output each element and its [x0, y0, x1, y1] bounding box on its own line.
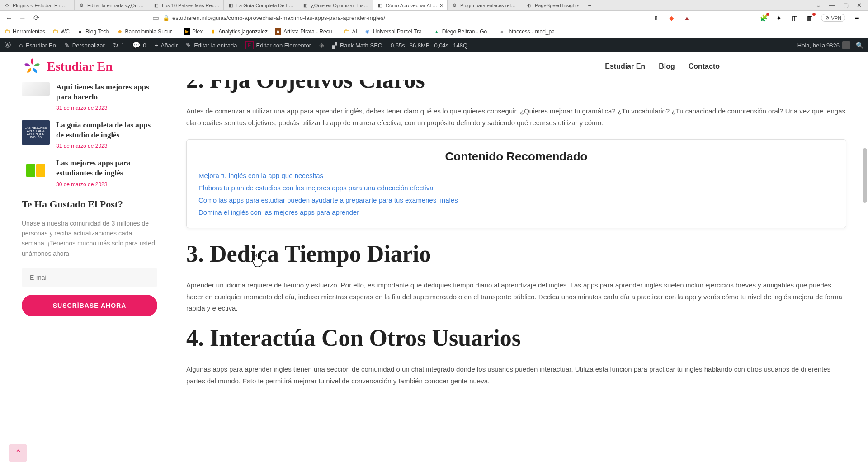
- wp-elementor[interactable]: EEditar con Elementor: [245, 41, 311, 49]
- maximize-button[interactable]: ▢: [843, 2, 849, 9]
- extension-icon[interactable]: 🧩: [760, 14, 768, 22]
- wallet-icon[interactable]: ▥: [806, 14, 814, 22]
- browser-tab[interactable]: ◐PageSpeed Insights: [522, 0, 583, 10]
- subscribe-heading: Te Ha Gustado El Post?: [22, 198, 157, 210]
- scrollbar-thumb[interactable]: [863, 148, 867, 203]
- related-date: 30 de marzo de 2023: [56, 181, 157, 188]
- tab-label: ¿Quieres Optimizar Tus Estudi...: [311, 3, 369, 8]
- recommended-link[interactable]: Cómo las apps para estudiar pueden ayuda…: [198, 196, 834, 204]
- update-icon: ↻: [113, 42, 118, 49]
- site-icon: ●: [77, 28, 83, 35]
- browser-tab[interactable]: ⚙Plugin para enlaces relacionad...: [448, 0, 522, 10]
- menu-icon[interactable]: ≡: [853, 14, 861, 22]
- bookmark-icon[interactable]: ▭: [151, 14, 160, 23]
- sidebar-icon[interactable]: ◫: [790, 14, 798, 22]
- parcel-icon: ◉: [364, 28, 371, 35]
- new-tab-button[interactable]: +: [583, 0, 596, 10]
- subscribe-button[interactable]: SUSCRÍBASE AHORA: [22, 295, 157, 316]
- bookmark-link[interactable]: ▮Analytics jagonzalez: [210, 28, 268, 35]
- recommended-link[interactable]: Elabora tu plan de estudios con las mejo…: [198, 184, 834, 192]
- recommended-title: Contenido Recomendado: [198, 150, 834, 164]
- bookmark-link[interactable]: ▶Plex: [184, 28, 203, 35]
- lock-icon[interactable]: 🔒: [163, 15, 170, 21]
- browser-tab[interactable]: ◧La Guía Completa De Las Apps...: [224, 0, 298, 10]
- home-icon: ⌂: [19, 42, 23, 49]
- related-post[interactable]: Las mejores apps para estudiantes de ing…: [22, 158, 157, 187]
- recommended-link[interactable]: Domina el inglés con las mejores apps pa…: [198, 208, 834, 216]
- post-thumbnail: LAS MEJORES APPS PARA APRENDER INGLÉS: [22, 120, 50, 145]
- wp-admin-bar: ⓦ ⌂Estudiar En ✎Personalizar ↻1 💬0 +Añad…: [0, 38, 868, 52]
- browser-tab[interactable]: ◧¿Quieres Optimizar Tus Estudi...: [298, 0, 373, 10]
- vpn-button[interactable]: ⊘VPN: [821, 14, 845, 22]
- pencil-icon: ✎: [186, 42, 191, 49]
- browser-tab[interactable]: ⚙Plugins < Estudiar En — Word...: [0, 0, 75, 10]
- wp-add-new[interactable]: +Añadir: [154, 42, 178, 49]
- bookmark-folder[interactable]: 🗀WC: [52, 28, 70, 35]
- wp-performance[interactable]: 0,65s 36,8MB 0,04s 148Q: [391, 42, 467, 49]
- page-icon: ◧: [302, 2, 308, 9]
- forward-button[interactable]: →: [18, 14, 27, 23]
- nav-link-contact[interactable]: Contacto: [689, 62, 720, 71]
- close-window-button[interactable]: ✕: [857, 2, 862, 9]
- related-post[interactable]: LAS MEJORES APPS PARA APRENDER INGLÉS La…: [22, 120, 157, 149]
- tab-label: Plugins < Estudiar En — Word...: [13, 3, 71, 8]
- browser-tab[interactable]: ◧Los 10 Países Más Recomenda...: [149, 0, 224, 10]
- bookmark-folder[interactable]: 🗀Herramientas: [5, 28, 45, 35]
- bookmark-link[interactable]: ●Blog Tech: [77, 28, 109, 35]
- bookmark-link[interactable]: ●.htaccess - mod_pa...: [499, 28, 559, 35]
- brave-rewards-icon[interactable]: ▲: [683, 14, 691, 22]
- scrollbar[interactable]: [863, 80, 867, 471]
- tab-label: Plugin para enlaces relacionad...: [460, 3, 518, 8]
- htaccess-icon: ●: [499, 28, 505, 35]
- scroll-to-top-button[interactable]: ⌃: [9, 444, 27, 462]
- url-input[interactable]: ▭ 🔒 estudiaren.info/guias/como-aprovecha…: [45, 14, 647, 23]
- bookmark-link[interactable]: ◉Universal Parcel Tra...: [364, 28, 426, 35]
- browser-tab[interactable]: ⚙Editar la entrada «¿Quieres opt...: [75, 0, 149, 10]
- site-logo[interactable]: Estudiar En: [22, 56, 113, 77]
- related-post[interactable]: Aquí tienes las mejores apps para hacerl…: [22, 82, 157, 111]
- wp-search[interactable]: 🔍: [856, 42, 863, 49]
- paragraph: Aprender un idioma requiere de tiempo y …: [186, 279, 846, 314]
- related-title: Aquí tienes las mejores apps para hacerl…: [56, 82, 157, 102]
- share-icon[interactable]: ⇪: [652, 14, 660, 22]
- recommended-link[interactable]: Mejora tu inglés con la app que necesita…: [198, 172, 834, 179]
- wp-updates[interactable]: ↻1: [113, 42, 124, 49]
- nav-link-blog[interactable]: Blog: [659, 62, 675, 71]
- back-button[interactable]: ←: [5, 14, 14, 23]
- brave-shields-icon[interactable]: ◆: [667, 14, 675, 22]
- tab-search-icon[interactable]: ⌄: [816, 2, 821, 9]
- bookmark-link[interactable]: ▲Diego Beltran - Go...: [434, 28, 491, 35]
- logo-text: Estudiar En: [47, 59, 113, 74]
- page-icon: ◧: [377, 2, 383, 9]
- bookmark-link[interactable]: AArtista Pirata - Recu...: [275, 28, 336, 35]
- wp-user-greeting[interactable]: Hola, belial9826: [797, 41, 850, 49]
- wp-site-name[interactable]: ⌂Estudiar En: [19, 42, 56, 49]
- minimize-button[interactable]: —: [829, 2, 835, 9]
- pagespeed-icon: ◐: [526, 2, 532, 9]
- reload-button[interactable]: ⟳: [32, 14, 41, 23]
- bookmark-link[interactable]: ◆Bancolombia Sucur...: [117, 28, 176, 35]
- bookmark-folder[interactable]: 🗀AI: [344, 28, 357, 35]
- wp-edit-post[interactable]: ✎Editar la entrada: [186, 42, 237, 49]
- analytics-icon: ▮: [210, 28, 216, 35]
- email-field[interactable]: [22, 268, 157, 287]
- wp-logo[interactable]: ⓦ: [5, 41, 11, 49]
- wp-theme[interactable]: ◈: [319, 42, 324, 49]
- related-date: 31 de marzo de 2023: [56, 105, 157, 111]
- browser-tab-active[interactable]: ◧Cómo Aprovechar Al Máxi...×: [373, 0, 448, 10]
- paragraph: Antes de comenzar a utilizar una app par…: [186, 105, 846, 128]
- extensions-icon[interactable]: ✦: [775, 14, 783, 22]
- nav-link-home[interactable]: Estudiar En: [605, 62, 645, 71]
- wp-comments[interactable]: 💬0: [132, 42, 146, 49]
- post-thumbnail: [22, 158, 50, 183]
- diamond-icon: ◈: [319, 42, 324, 49]
- wp-customize[interactable]: ✎Personalizar: [64, 42, 105, 49]
- wordpress-icon: ⚙: [451, 2, 458, 9]
- brush-icon: ✎: [64, 42, 70, 49]
- tab-label: La Guía Completa De Las Apps...: [236, 3, 294, 8]
- wp-rankmath[interactable]: ▞Rank Math SEO: [332, 42, 382, 49]
- browser-tab-bar: ⚙Plugins < Estudiar En — Word... ⚙Editar…: [0, 0, 868, 11]
- wordpress-icon: ⚙: [4, 2, 10, 9]
- tab-label: PageSpeed Insights: [535, 3, 579, 8]
- tab-close-icon[interactable]: ×: [440, 2, 443, 9]
